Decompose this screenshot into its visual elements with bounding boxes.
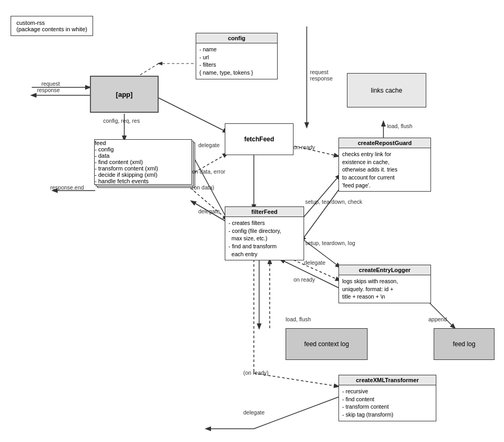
- request-label: request: [41, 80, 60, 87]
- filterfeed-line1: - creates filters: [228, 219, 300, 227]
- config-line1: - name: [199, 46, 274, 53]
- filterfeed-box: filterFeed - creates filters - config (f…: [225, 206, 304, 260]
- links-cache-box: links cache: [347, 73, 426, 107]
- crg-line2: existence in cache,: [342, 158, 427, 166]
- svg-line-22: [254, 397, 338, 429]
- fetchfeed-label: fetchFeed: [244, 136, 274, 143]
- fetchfeed-box: fetchFeed: [225, 123, 294, 155]
- request-response-right-label: request response: [310, 69, 333, 82]
- config-title: config: [196, 33, 277, 43]
- crg-line1: checks entry link for: [342, 150, 427, 158]
- filterfeed-body: - creates filters - config (file directo…: [225, 217, 304, 260]
- feed-line6: - handle fetch events: [95, 178, 191, 184]
- crg-line5: 'feed page'.: [342, 182, 427, 190]
- cxt-line1: - recursive: [342, 387, 433, 395]
- delegate3-label: delegate: [304, 259, 325, 266]
- createrepostguard-box: createRepostGuard checks entry link for …: [338, 138, 431, 192]
- app-label: [app]: [116, 91, 133, 98]
- diagram-container: custom-rss (package contents in white) c…: [0, 0, 504, 442]
- delegate2-label: delegate: [198, 208, 219, 214]
- createxmltransformer-box: createXMLTransformer - recursive - find …: [338, 375, 436, 421]
- load-flush1-label: load, flush: [387, 123, 413, 129]
- feed-line3: - find content (xml): [95, 159, 191, 165]
- load-flush2-label: load, flush: [286, 316, 311, 322]
- feed-log-box: feed log: [434, 328, 494, 360]
- feed-context-log-box: feed context log: [286, 328, 368, 360]
- filterfeed-line2: - config (file directory,: [228, 227, 300, 235]
- on-data-label: (on data): [192, 184, 214, 191]
- links-cache-label: links cache: [371, 87, 402, 94]
- feed-title: feed: [95, 140, 191, 146]
- delegate1-label: delegate: [198, 142, 219, 148]
- feed-line2: - data: [95, 152, 191, 159]
- config-box: config - name - url - filters { name, ty…: [196, 33, 278, 79]
- createxmltransformer-body: - recursive - find content - transform c…: [339, 385, 436, 421]
- response-end-label: response.end: [50, 184, 84, 191]
- crg-line4: to account for current: [342, 174, 427, 182]
- filterfeed-title: filterFeed: [225, 207, 304, 217]
- feed-context-log-label: feed context log: [304, 340, 349, 348]
- feed-stacked-box: feed - config - data - find content (xml…: [94, 139, 192, 185]
- cxt-line3: - transform content: [342, 403, 433, 411]
- config-req-res-label: config, req, res: [103, 118, 140, 124]
- on-data-error-label: on data, error: [192, 168, 225, 175]
- svg-line-12: [301, 175, 340, 220]
- config-line3: - filters: [199, 61, 274, 69]
- filterfeed-line3: max size, etc.): [228, 234, 300, 242]
- config-body: - name - url - filters { name, type, tok…: [196, 43, 277, 79]
- cel-line3: title + reason + \n: [342, 293, 427, 301]
- feed-log-label: feed log: [453, 340, 475, 348]
- on-ready3-label: (on ready): [243, 369, 269, 376]
- legend-line2: (package contents in white): [16, 26, 87, 32]
- cxt-line4: - skip tag (transform): [342, 411, 433, 419]
- svg-line-14: [301, 188, 340, 241]
- feed-line4: - transform content (xml): [95, 165, 191, 172]
- cel-line2: uniquely. format: id +: [342, 285, 427, 293]
- feed-line5: - decide if skipping (xml): [95, 172, 191, 178]
- config-line4: { name, type, tokens }: [199, 69, 274, 77]
- setup-teardown-check-label: setup, teardown, check: [305, 199, 362, 205]
- createentrylogger-box: createEntryLogger logs skips with reason…: [338, 265, 431, 303]
- createrepostguard-body: checks entry link for existence in cache…: [339, 148, 430, 191]
- request-response-left-label: request response: [37, 80, 60, 93]
- app-box: [app]: [90, 76, 159, 113]
- filterfeed-line4: - find and transform: [228, 242, 300, 250]
- cxt-line2: - find content: [342, 395, 433, 403]
- on-ready1-label: on ready: [294, 144, 315, 150]
- crg-line3: otherwise adds it. tries: [342, 166, 427, 174]
- delegate4-label: delegate: [243, 409, 264, 416]
- setup-teardown-log-label: setup, teardown, log: [305, 240, 355, 246]
- append-label: append: [428, 316, 447, 322]
- legend-line1: custom-rss: [16, 20, 87, 26]
- filterfeed-line5: each entry: [228, 250, 300, 258]
- svg-line-5: [159, 98, 227, 132]
- createrepostguard-title: createRepostGuard: [339, 138, 430, 148]
- config-line2: - url: [199, 53, 274, 61]
- feed-body: - config - data - find content (xml) - t…: [95, 146, 191, 184]
- createentrylogger-title: createEntryLogger: [339, 265, 430, 275]
- svg-line-8: [190, 188, 227, 220]
- on-ready2-label: on ready: [294, 276, 315, 283]
- legend-box: custom-rss (package contents in white): [11, 16, 93, 36]
- createxmltransformer-title: createXMLTransformer: [339, 375, 436, 385]
- feed-line1: - config: [95, 146, 191, 152]
- cel-line1: logs skips with reason,: [342, 277, 427, 285]
- response-label: response: [37, 87, 60, 93]
- createentrylogger-body: logs skips with reason, uniquely. format…: [339, 275, 430, 303]
